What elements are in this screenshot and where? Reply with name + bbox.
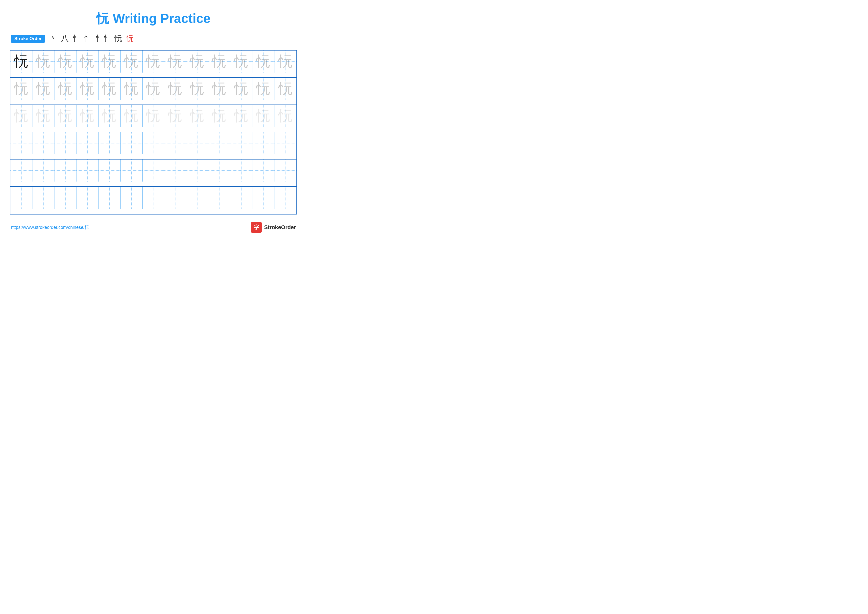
grid-cell-1-2: 忨 (33, 51, 54, 73)
grid-cell-1-12: 忨 (253, 51, 274, 73)
grid-cell-6-3[interactable] (54, 187, 76, 209)
grid-cell-1-5: 忨 (98, 51, 121, 73)
grid-cell-2-5: 忨 (98, 78, 121, 100)
grid-cell-5-8[interactable] (164, 160, 186, 182)
grid-cell-3-12: 忨 (253, 105, 274, 127)
grid-cell-3-1: 忨 (10, 105, 33, 127)
grid-cell-2-3: 忨 (54, 78, 76, 100)
grid-cell-3-6: 忨 (121, 105, 143, 127)
grid-cell-6-6[interactable] (121, 187, 143, 209)
stroke-6: 忨 (114, 33, 122, 44)
writing-grid: 忨 忨 忨 忨 忨 忨 忨 忨 忨 忨 忨 忨 (10, 50, 297, 215)
grid-cell-1-9: 忨 (186, 51, 208, 73)
grid-cell-2-2: 忨 (33, 78, 54, 100)
grid-cell-5-2[interactable] (33, 160, 54, 182)
grid-cell-6-2[interactable] (33, 187, 54, 209)
grid-cell-1-1: 忨 (10, 51, 33, 73)
grid-cell-3-11: 忨 (230, 105, 253, 127)
stroke-order-badge: Stroke Order (11, 35, 45, 43)
grid-cell-3-3: 忨 (54, 105, 76, 127)
grid-cell-1-8: 忨 (164, 51, 186, 73)
grid-cell-2-12: 忨 (253, 78, 274, 100)
stroke-2: 八 (61, 33, 69, 44)
grid-cell-4-13[interactable] (274, 132, 296, 154)
grid-cell-4-8[interactable] (164, 132, 186, 154)
grid-cell-3-2: 忨 (33, 105, 54, 127)
grid-cell-5-3[interactable] (54, 160, 76, 182)
grid-cell-5-12[interactable] (253, 160, 274, 182)
grid-cell-1-6: 忨 (121, 51, 143, 73)
grid-cell-4-5[interactable] (98, 132, 121, 154)
grid-cell-3-10: 忨 (208, 105, 230, 127)
grid-row-3: 忨 忨 忨 忨 忨 忨 忨 忨 忨 忨 忨 忨 (10, 105, 296, 132)
grid-row-1: 忨 忨 忨 忨 忨 忨 忨 忨 忨 忨 忨 忨 (10, 51, 296, 78)
grid-cell-3-13: 忨 (274, 105, 296, 127)
grid-row-4 (10, 132, 296, 160)
grid-cell-6-12[interactable] (253, 187, 274, 209)
grid-cell-5-6[interactable] (121, 160, 143, 182)
footer: https://www.strokeorder.com/chinese/忨 字 … (10, 222, 297, 233)
grid-cell-2-8: 忨 (164, 78, 186, 100)
grid-cell-5-9[interactable] (186, 160, 208, 182)
grid-cell-6-13[interactable] (274, 187, 296, 209)
grid-cell-4-2[interactable] (33, 132, 54, 154)
grid-cell-6-5[interactable] (98, 187, 121, 209)
grid-cell-1-13: 忨 (274, 51, 296, 73)
grid-row-2: 忨 忨 忨 忨 忨 忨 忨 忨 忨 忨 忨 忨 (10, 78, 296, 105)
grid-cell-2-1: 忨 (10, 78, 33, 100)
grid-row-6 (10, 187, 296, 214)
grid-cell-2-13: 忨 (274, 78, 296, 100)
footer-url[interactable]: https://www.strokeorder.com/chinese/忨 (11, 224, 89, 230)
grid-cell-5-4[interactable] (76, 160, 98, 182)
grid-cell-6-1[interactable] (10, 187, 33, 209)
grid-cell-4-3[interactable] (54, 132, 76, 154)
stroke-3: 忄 (72, 33, 80, 44)
grid-cell-4-12[interactable] (253, 132, 274, 154)
stroke-chars: 丶 八 忄 忄 忄忄 忨 忨 (50, 33, 133, 44)
grid-cell-4-11[interactable] (230, 132, 253, 154)
grid-cell-1-7: 忨 (143, 51, 164, 73)
grid-cell-6-9[interactable] (186, 187, 208, 209)
grid-cell-2-7: 忨 (143, 78, 164, 100)
grid-row-5 (10, 160, 296, 187)
footer-logo-icon: 字 (251, 222, 262, 233)
grid-cell-6-7[interactable] (143, 187, 164, 209)
grid-cell-5-13[interactable] (274, 160, 296, 182)
footer-logo: 字 StrokeOrder (251, 222, 296, 233)
grid-cell-3-7: 忨 (143, 105, 164, 127)
stroke-1: 丶 (50, 33, 57, 44)
grid-cell-6-4[interactable] (76, 187, 98, 209)
grid-cell-4-6[interactable] (121, 132, 143, 154)
grid-cell-2-11: 忨 (230, 78, 253, 100)
grid-cell-6-11[interactable] (230, 187, 253, 209)
grid-cell-3-9: 忨 (186, 105, 208, 127)
grid-cell-1-10: 忨 (208, 51, 230, 73)
grid-cell-3-5: 忨 (98, 105, 121, 127)
grid-cell-6-10[interactable] (208, 187, 230, 209)
grid-cell-4-1[interactable] (10, 132, 33, 154)
stroke-order-row: Stroke Order 丶 八 忄 忄 忄忄 忨 忨 (10, 33, 297, 44)
stroke-5: 忄忄 (95, 33, 111, 44)
grid-cell-2-6: 忨 (121, 78, 143, 100)
grid-cell-4-4[interactable] (76, 132, 98, 154)
grid-cell-6-8[interactable] (164, 187, 186, 209)
grid-cell-3-4: 忨 (76, 105, 98, 127)
grid-cell-1-11: 忨 (230, 51, 253, 73)
footer-logo-text: StrokeOrder (264, 224, 296, 231)
grid-cell-1-3: 忨 (54, 51, 76, 73)
grid-cell-4-9[interactable] (186, 132, 208, 154)
grid-cell-1-4: 忨 (76, 51, 98, 73)
stroke-4: 忄 (84, 33, 91, 44)
grid-cell-5-1[interactable] (10, 160, 33, 182)
grid-cell-2-4: 忨 (76, 78, 98, 100)
grid-cell-4-7[interactable] (143, 132, 164, 154)
grid-cell-2-10: 忨 (208, 78, 230, 100)
grid-cell-4-10[interactable] (208, 132, 230, 154)
grid-cell-5-11[interactable] (230, 160, 253, 182)
grid-cell-5-10[interactable] (208, 160, 230, 182)
grid-cell-5-5[interactable] (98, 160, 121, 182)
grid-cell-3-8: 忨 (164, 105, 186, 127)
page-title: 忨 Writing Practice (10, 10, 297, 27)
grid-cell-2-9: 忨 (186, 78, 208, 100)
grid-cell-5-7[interactable] (143, 160, 164, 182)
